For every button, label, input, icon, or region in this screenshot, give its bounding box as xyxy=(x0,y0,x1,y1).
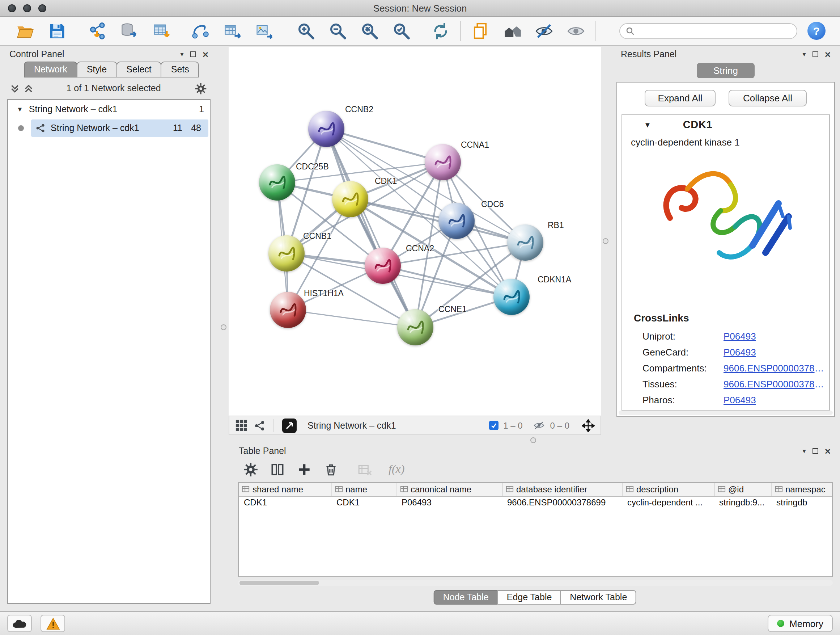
column-header-shared-name[interactable]: shared name xyxy=(239,483,332,496)
crosslink-value-link[interactable]: P06493 xyxy=(723,331,760,341)
network-node-ccna2[interactable] xyxy=(365,248,401,284)
network-node-cdc25b[interactable] xyxy=(259,165,295,201)
network-overview-homes-icon[interactable] xyxy=(501,20,523,42)
gene-expander-icon[interactable]: ▼ xyxy=(644,120,651,128)
crosslink-value-link[interactable]: P06493 xyxy=(723,394,760,405)
gene-section-header[interactable]: ▼ CDK1 xyxy=(622,115,829,134)
function-builder-fx[interactable]: f(x) xyxy=(388,463,404,476)
right-splitter-handle[interactable] xyxy=(603,238,608,244)
export-table-icon[interactable] xyxy=(221,20,243,42)
delete-trash-icon[interactable] xyxy=(324,462,339,477)
network-node-ccna1[interactable] xyxy=(425,144,461,180)
tab-network[interactable]: Network xyxy=(24,62,77,78)
selected-nodes-checkbox-icon[interactable] xyxy=(489,421,498,430)
network-node-cdk1[interactable] xyxy=(332,181,368,217)
table-settings-gear-icon[interactable] xyxy=(243,462,258,477)
zoom-in-icon[interactable] xyxy=(295,20,317,42)
network-node-rb1[interactable] xyxy=(507,225,543,261)
search-input[interactable] xyxy=(638,26,791,36)
table-cell[interactable]: stringdb:9... xyxy=(714,496,771,508)
memory-button[interactable]: Memory xyxy=(767,615,833,632)
fit-content-crosshair-icon[interactable] xyxy=(582,419,595,432)
zoom-fit-icon[interactable] xyxy=(359,20,381,42)
network-item-row[interactable]: String Network – cdk1 11 48 xyxy=(8,119,210,138)
results-horizontal-scrollbar[interactable] xyxy=(619,410,833,415)
network-node-ccnb2[interactable] xyxy=(308,111,344,147)
panel-float-icon[interactable] xyxy=(813,51,818,57)
network-view-canvas[interactable]: CCNB2CCNA1CDC25BCDK1CDC6RB1CCNB1CCNA2CDK… xyxy=(229,47,601,416)
crosslink-value-link[interactable]: 9606.ENSP00000378699 xyxy=(723,378,829,389)
table-row[interactable]: CDK1CDK1P064939606.ENSP00000378699cyclin… xyxy=(239,496,833,508)
tab-edge-table[interactable]: Edge Table xyxy=(497,590,561,605)
column-header-name[interactable]: name xyxy=(332,483,396,496)
column-header-namespac[interactable]: namespac xyxy=(771,483,833,496)
clone-network-icon[interactable] xyxy=(189,20,211,42)
zoom-selected-icon[interactable] xyxy=(391,20,412,42)
duplicate-pages-icon[interactable] xyxy=(470,20,491,42)
import-table-icon[interactable] xyxy=(150,20,172,42)
network-node-hist1h1a[interactable] xyxy=(270,292,306,328)
table-cell[interactable]: stringdb xyxy=(771,496,833,508)
panel-close-icon[interactable]: × xyxy=(825,49,831,59)
table-cell[interactable]: CDK1 xyxy=(332,496,396,508)
collection-expander-icon[interactable]: ▼ xyxy=(17,106,23,113)
zoom-window-button[interactable] xyxy=(38,4,46,12)
show-columns-icon[interactable] xyxy=(270,462,285,477)
add-row-plus-icon[interactable] xyxy=(297,462,312,477)
scrollbar-thumb[interactable] xyxy=(240,581,319,585)
table-horizontal-scrollbar[interactable] xyxy=(238,580,833,586)
tab-network-table[interactable]: Network Table xyxy=(561,590,636,605)
panel-close-icon[interactable]: × xyxy=(825,446,831,456)
birdseye-grid-icon[interactable] xyxy=(235,419,248,432)
panel-menu-icon[interactable]: ▾ xyxy=(803,448,806,454)
column-header-description[interactable]: description xyxy=(622,483,714,496)
expand-all-icon[interactable] xyxy=(25,84,33,93)
tab-style[interactable]: Style xyxy=(77,62,117,78)
open-in-new-window-button[interactable] xyxy=(282,418,297,432)
export-image-icon[interactable] xyxy=(253,20,275,42)
expand-all-button[interactable]: Expand All xyxy=(645,90,715,106)
network-node-cdc6[interactable] xyxy=(439,203,475,239)
tab-node-table[interactable]: Node Table xyxy=(434,590,498,605)
crosslink-value-link[interactable]: 9606.ENSP00000378699 xyxy=(723,363,829,373)
tab-string[interactable]: String xyxy=(697,63,755,78)
search-field[interactable] xyxy=(619,23,797,39)
warnings-button[interactable] xyxy=(41,615,65,632)
column-header-canonical-name[interactable]: canonical name xyxy=(396,483,502,496)
network-node-ccne1[interactable] xyxy=(397,309,433,345)
table-cell[interactable]: cyclin-dependent ... xyxy=(622,496,714,508)
refresh-icon[interactable] xyxy=(430,20,452,42)
panel-float-icon[interactable] xyxy=(190,51,196,57)
import-network-database-icon[interactable] xyxy=(118,20,141,42)
network-node-cdkn1a[interactable] xyxy=(493,279,530,315)
network-node-ccnb1[interactable] xyxy=(268,235,305,272)
close-window-button[interactable] xyxy=(8,4,16,12)
minimize-window-button[interactable] xyxy=(23,4,31,12)
table-cell[interactable]: CDK1 xyxy=(239,496,332,508)
network-edge[interactable] xyxy=(288,310,415,327)
hidden-eye-icon[interactable] xyxy=(534,421,545,430)
network-icon[interactable] xyxy=(254,420,265,431)
import-network-file-icon[interactable] xyxy=(87,20,109,42)
save-session-icon[interactable] xyxy=(46,20,68,42)
hide-selected-eye-icon[interactable] xyxy=(533,20,555,42)
collapse-all-button[interactable]: Collapse All xyxy=(729,90,807,106)
bottom-splitter-handle[interactable] xyxy=(531,437,536,443)
collapse-all-icon[interactable] xyxy=(11,84,19,93)
selected-network-highlight[interactable]: String Network – cdk1 11 48 xyxy=(31,119,208,137)
left-splitter-handle[interactable] xyxy=(221,325,226,330)
network-options-gear-icon[interactable] xyxy=(195,82,207,95)
tab-select[interactable]: Select xyxy=(116,62,162,78)
panel-menu-icon[interactable]: ▾ xyxy=(180,51,184,57)
panel-menu-icon[interactable]: ▾ xyxy=(803,51,806,57)
column-header-database-identifier[interactable]: database identifier xyxy=(502,483,622,496)
help-button[interactable]: ? xyxy=(807,22,826,40)
panel-float-icon[interactable] xyxy=(813,448,818,454)
crosslink-value-link[interactable]: P06493 xyxy=(723,347,760,357)
open-session-icon[interactable] xyxy=(14,20,36,42)
panel-close-icon[interactable]: × xyxy=(202,49,208,59)
network-collection-row[interactable]: ▼ String Network – cdk1 1 xyxy=(8,100,210,119)
cloud-button[interactable] xyxy=(7,615,32,632)
column-header-@id[interactable]: @id xyxy=(714,483,771,496)
tab-sets[interactable]: Sets xyxy=(161,62,199,78)
